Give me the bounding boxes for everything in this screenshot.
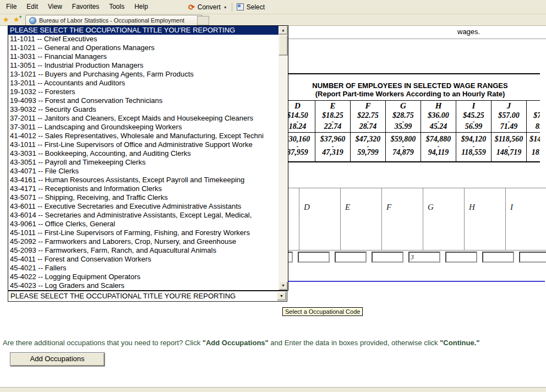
addon-toolbar: ⟳ Convert ▼ Select bbox=[188, 0, 265, 14]
dropdown-option[interactable]: 45-4021 -- Fallers bbox=[8, 264, 279, 273]
wage-column: E$18.25-22.74$37,960-47,319 bbox=[315, 101, 351, 161]
dropdown-option[interactable]: 43-1011 -- First-Line Supervisors of Off… bbox=[8, 140, 279, 149]
menu-item-help[interactable]: Help bbox=[129, 0, 153, 13]
wage-column-letter: K bbox=[527, 101, 540, 111]
occupation-select[interactable]: PLEASE SELECT THE OCCUPATIONAL TITLE YOU… bbox=[8, 291, 287, 302]
scrollbar-thumb[interactable] bbox=[279, 35, 288, 56]
dropdown-option[interactable]: 37-3011 -- Landscaping and Groundskeepin… bbox=[8, 123, 279, 132]
hourly-low: $71.50 bbox=[527, 112, 540, 119]
menu-item-tools[interactable]: Tools bbox=[104, 0, 129, 13]
dropdown-option[interactable]: 19-1032 -- Foresters bbox=[8, 88, 279, 96]
status-strip bbox=[0, 387, 546, 392]
hourly-range: $22.75-28.74 bbox=[351, 111, 385, 132]
annual-low: $47,320 bbox=[351, 135, 385, 143]
entry-cell-letter: F bbox=[382, 188, 423, 250]
dropdown-option[interactable]: 45-4023 -- Log Graders and Scalers bbox=[8, 281, 279, 290]
wage-column-letter: E bbox=[315, 101, 350, 111]
select-button[interactable]: Select bbox=[247, 3, 265, 11]
dropdown-option[interactable]: 13-1021 -- Buyers and Purchasing Agents,… bbox=[8, 70, 279, 79]
dropdown-option[interactable]: 43-5071 -- Shipping, Receiving, and Traf… bbox=[8, 193, 279, 202]
employee-count-input[interactable] bbox=[445, 252, 477, 263]
dropdown-scrollbar[interactable]: ▲ ▼ bbox=[279, 26, 288, 290]
dropdown-option[interactable]: 43-4171 -- Receptionists and Information… bbox=[8, 184, 279, 193]
dropdown-option[interactable]: 13-2011 -- Accountants and Auditors bbox=[8, 79, 279, 88]
dropdown-option[interactable]: 41-4012 -- Sales Representatives, Wholes… bbox=[8, 132, 279, 140]
employee-count-input[interactable] bbox=[372, 252, 403, 263]
tooltip: Select a Occupational Code bbox=[282, 307, 363, 316]
convert-dropdown-arrow-icon[interactable]: ▼ bbox=[223, 4, 227, 9]
dropdown-option[interactable]: 11-3031 -- Financial Managers bbox=[8, 52, 279, 61]
employee-count-input[interactable] bbox=[519, 252, 546, 263]
menu-item-edit[interactable]: Edit bbox=[21, 0, 43, 13]
dropdown-option[interactable]: 45-4011 -- Forest and Conservation Worke… bbox=[8, 255, 279, 264]
annual-range: $118,560-148,719 bbox=[492, 133, 526, 161]
entry-input-cell bbox=[295, 252, 332, 263]
entry-input-cell bbox=[369, 252, 406, 263]
add-occupations-button[interactable]: Add Occupations bbox=[10, 352, 105, 366]
dropdown-option[interactable]: 43-6011 -- Executive Secretaries and Exe… bbox=[8, 202, 279, 211]
hourly-high: 45.24 bbox=[421, 123, 456, 130]
employee-count-input[interactable] bbox=[408, 252, 440, 263]
favorites-star-icon[interactable]: ★ bbox=[3, 15, 9, 24]
annual-high: 187,199 bbox=[527, 149, 540, 156]
wage-column-letter: J bbox=[492, 101, 526, 111]
employee-count-input[interactable] bbox=[482, 252, 514, 263]
dropdown-option[interactable]: 45-1011 -- First-Line Supervisors of Far… bbox=[8, 228, 279, 237]
dropdown-option-selected[interactable]: PLEASE SELECT THE OCCUPATIONAL TITLE YOU… bbox=[8, 26, 279, 35]
annual-high: 47,319 bbox=[315, 149, 350, 156]
dropdown-option[interactable]: 19-4093 -- Forest and Conservation Techn… bbox=[8, 96, 279, 105]
hourly-high: 71.49 bbox=[492, 123, 526, 130]
convert-icon: ⟳ bbox=[188, 3, 195, 11]
dropdown-option[interactable]: 43-4161 -- Human Resources Assistants, E… bbox=[8, 176, 279, 184]
wage-column-letter: G bbox=[386, 101, 421, 111]
dropdown-option[interactable]: 43-3051 -- Payroll and Timekeeping Clerk… bbox=[8, 158, 279, 167]
dropdown-option[interactable]: 43-9061 -- Office Clerks, General bbox=[8, 220, 279, 228]
menu-item-favorites[interactable]: Favorites bbox=[67, 0, 104, 13]
select-tool-icon bbox=[237, 3, 244, 10]
employee-count-input[interactable] bbox=[335, 252, 367, 263]
scroll-down-icon[interactable]: ▼ bbox=[279, 281, 288, 290]
menu-item-file[interactable]: File bbox=[1, 0, 21, 13]
dropdown-option[interactable]: 11-1011 -- Chief Executives bbox=[8, 35, 279, 43]
dropdown-option[interactable]: 45-4022 -- Logging Equipment Operators bbox=[8, 273, 279, 281]
hourly-range: $71.50-89.99 bbox=[527, 111, 540, 132]
annual-low: $118,560 bbox=[492, 135, 526, 143]
dropdown-option[interactable]: 45-2092 -- Farmworkers and Laborers, Cro… bbox=[8, 237, 279, 246]
annual-range: $74,880-94,119 bbox=[421, 133, 456, 161]
instruction-bold-continue: "Continue." bbox=[440, 339, 479, 347]
entry-input-cell bbox=[479, 252, 516, 263]
tab-stub[interactable] bbox=[197, 16, 209, 25]
add-favorite-star-icon[interactable]: ★+ bbox=[13, 15, 20, 24]
wage-column-letter: F bbox=[351, 101, 385, 111]
annual-high: 94,119 bbox=[421, 149, 456, 156]
entry-input-cell bbox=[516, 252, 546, 263]
occupation-dropdown-list: PLEASE SELECT THE OCCUPATIONAL TITLE YOU… bbox=[8, 25, 288, 291]
dropdown-option[interactable]: 37-2011 -- Janitors and Cleaners, Except… bbox=[8, 114, 279, 123]
wage-column-letter: I bbox=[456, 101, 491, 111]
browser-tab[interactable]: Bureau of Labor Statistics - Occupationa… bbox=[25, 15, 203, 25]
annual-range: $94,120-118,559 bbox=[456, 133, 491, 161]
dropdown-option[interactable]: 11-1021 -- General and Operations Manage… bbox=[8, 43, 279, 52]
hourly-high: 22.74 bbox=[315, 123, 350, 130]
dropdown-option[interactable]: 45-2093 -- Farmworkers, Farm, Ranch, and… bbox=[8, 246, 279, 255]
select-dropdown-arrow-icon[interactable]: ▼ bbox=[277, 292, 286, 301]
hourly-high: 56.99 bbox=[456, 123, 491, 130]
employee-count-input[interactable] bbox=[298, 252, 330, 263]
dropdown-option[interactable]: 43-4071 -- File Clerks bbox=[8, 167, 279, 176]
menu-item-view[interactable]: View bbox=[43, 0, 67, 13]
dropdown-option[interactable]: 11-3051 -- Industrial Production Manager… bbox=[8, 61, 279, 70]
scroll-up-icon[interactable]: ▲ bbox=[279, 26, 288, 35]
dropdown-option[interactable]: 43-6014 -- Secretaries and Administrativ… bbox=[8, 211, 279, 220]
wage-column-letter: H bbox=[421, 101, 456, 111]
horizontal-rule bbox=[253, 39, 546, 39]
annual-range: $37,960-47,319 bbox=[315, 133, 350, 161]
dropdown-option[interactable]: 33-9032 -- Security Guards bbox=[8, 105, 279, 114]
instruction-text: Are there additional occupations that yo… bbox=[3, 339, 539, 347]
annual-high: 148,719 bbox=[492, 149, 526, 156]
convert-button[interactable]: Convert bbox=[198, 3, 221, 11]
dropdown-option[interactable]: 43-3031 -- Bookkeeping, Accounting, and … bbox=[8, 149, 279, 158]
wage-table-header: NUMBER OF EMPLOYEES IN SELECTED WAGE RAN… bbox=[280, 74, 540, 100]
tab-title: Bureau of Labor Statistics - Occupationa… bbox=[39, 17, 184, 24]
wage-column: H$36.00-45.24$74,880-94,119 bbox=[421, 101, 456, 161]
hourly-range: $28.75-35.99 bbox=[386, 111, 421, 132]
